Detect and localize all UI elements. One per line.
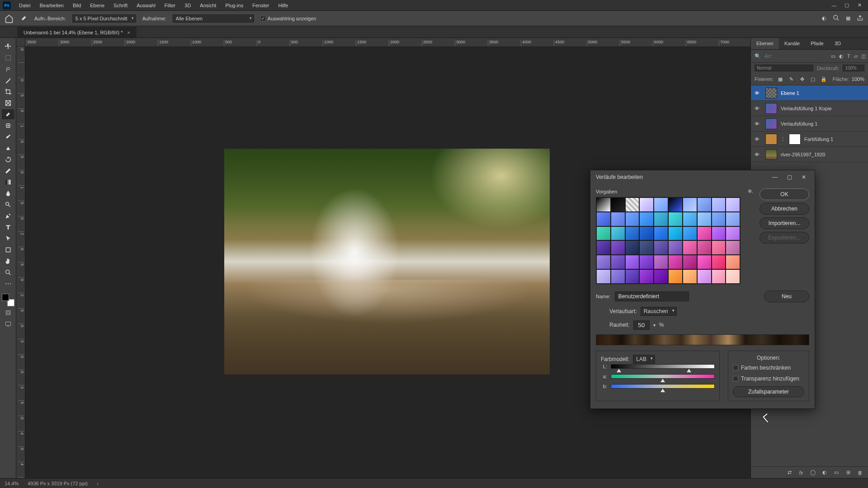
preset-swatch[interactable] [596, 255, 611, 269]
delete-layer-icon[interactable]: 🗑 [856, 469, 863, 476]
link-mask-icon[interactable]: ⋮ [781, 136, 785, 141]
presets-gear-icon[interactable]: ✲. [748, 188, 753, 194]
menu-filter[interactable]: Filter [160, 1, 180, 10]
gradient-tool[interactable] [2, 177, 14, 187]
filter-shape-icon[interactable]: ▱ [854, 52, 858, 60]
menu-schrift[interactable]: Schrift [109, 1, 132, 10]
visibility-eye-icon[interactable]: 👁 [755, 152, 762, 157]
menu-bild[interactable]: Bild [68, 1, 85, 10]
window-minimize-icon[interactable]: — [831, 2, 837, 9]
preset-swatch[interactable] [712, 212, 726, 226]
preset-swatch[interactable] [654, 226, 668, 241]
blur-tool[interactable] [2, 188, 14, 198]
preset-swatch[interactable] [697, 269, 712, 284]
preset-swatch[interactable] [668, 226, 683, 241]
preset-swatch[interactable] [625, 197, 640, 212]
preset-swatch[interactable] [668, 269, 683, 284]
quick-mask-icon[interactable] [2, 308, 14, 318]
filter-image-icon[interactable]: ▭ [831, 52, 835, 60]
home-icon[interactable] [5, 14, 14, 23]
preset-swatch[interactable] [668, 255, 683, 269]
preset-swatch[interactable] [726, 255, 740, 269]
new-preset-button[interactable]: Neu [764, 291, 809, 302]
preset-swatch[interactable] [625, 240, 640, 255]
edit-toolbar[interactable]: ⋯ [2, 279, 14, 289]
layer-fx-icon[interactable]: fx [797, 469, 805, 476]
search-icon[interactable] [833, 14, 840, 22]
filter-text-icon[interactable]: T [847, 52, 850, 60]
preset-swatch[interactable] [654, 197, 668, 212]
color-swatch[interactable] [2, 294, 14, 306]
preset-swatch[interactable] [712, 269, 726, 284]
ok-button[interactable]: OK [760, 188, 809, 200]
path-select-tool[interactable] [2, 234, 14, 244]
layer-row[interactable]: 👁Ebene 1 [751, 85, 868, 101]
eyedropper-tool-icon[interactable] [20, 14, 28, 23]
visibility-eye-icon[interactable]: 👁 [755, 121, 762, 127]
preset-swatch[interactable] [625, 255, 640, 269]
move-tool[interactable] [2, 42, 14, 52]
preset-swatch[interactable] [625, 212, 640, 226]
crop-tool[interactable] [2, 87, 14, 97]
preset-swatch[interactable] [683, 226, 697, 241]
preset-swatch[interactable] [639, 255, 654, 269]
preset-swatch[interactable] [596, 212, 611, 226]
history-brush-tool[interactable] [2, 155, 14, 164]
preset-swatch[interactable] [668, 197, 683, 212]
lock-transparent-icon[interactable]: ▦ [776, 75, 784, 83]
preset-swatch[interactable] [697, 212, 712, 226]
layer-row[interactable]: 👁Verlaufsfüllung 1 Kopie [751, 101, 868, 116]
preset-swatch[interactable] [625, 226, 640, 241]
close-tab-icon[interactable]: × [127, 30, 130, 35]
visibility-eye-icon[interactable]: 👁 [755, 106, 762, 111]
filter-adjust-icon[interactable]: ◐ [839, 52, 844, 60]
zoom-level[interactable]: 14,4% [5, 481, 19, 486]
menu-ebene[interactable]: Ebene [85, 1, 109, 10]
panel-tab-3d[interactable]: 3D [829, 38, 846, 49]
ruler-origin[interactable] [16, 38, 25, 47]
opacity-input[interactable]: 100% [843, 65, 864, 71]
preset-swatch[interactable] [639, 269, 654, 284]
preset-swatch[interactable] [639, 197, 654, 212]
roughness-input[interactable] [633, 320, 650, 330]
lock-artboard-icon[interactable]: ▢ [809, 75, 817, 83]
status-more-icon[interactable]: › [97, 481, 99, 486]
new-layer-icon[interactable]: ⊞ [844, 469, 852, 476]
lock-position-icon[interactable]: ✥ [798, 75, 806, 83]
visibility-eye-icon[interactable]: 👁 [755, 136, 762, 142]
lock-all-icon[interactable]: 🔒 [820, 75, 828, 83]
eraser-tool[interactable] [2, 166, 14, 176]
panel-tab-pfade[interactable]: Pfade [805, 38, 829, 49]
import-button[interactable]: Importieren... [760, 217, 809, 229]
window-close-icon[interactable]: ✕ [856, 2, 863, 9]
preset-swatch[interactable] [697, 255, 712, 269]
gradient-name-input[interactable] [615, 291, 689, 301]
preset-swatch[interactable] [683, 255, 697, 269]
channel-b-slider[interactable] [611, 384, 715, 389]
preset-swatch[interactable] [726, 269, 740, 284]
magic-wand-tool[interactable] [2, 75, 14, 85]
preset-swatch[interactable] [726, 212, 740, 226]
preset-swatch[interactable] [697, 226, 712, 241]
fill-input[interactable]: 100% [852, 76, 864, 82]
add-transparency-checkbox[interactable]: Transparenz hinzufügen [733, 375, 804, 382]
preset-swatch[interactable] [596, 240, 611, 255]
randomize-button[interactable]: Zufallsparameter [733, 386, 804, 397]
preset-swatch[interactable] [726, 197, 740, 212]
preset-swatch[interactable] [611, 255, 625, 269]
preset-swatch[interactable] [639, 212, 654, 226]
screen-mode-icon[interactable] [2, 319, 14, 329]
panel-tab-ebenen[interactable]: Ebenen [751, 38, 779, 49]
preset-swatch[interactable] [596, 269, 611, 284]
eyedropper-tool[interactable] [2, 109, 14, 119]
filter-smart-icon[interactable]: ◫ [861, 52, 866, 60]
link-layers-icon[interactable]: ⇄ [786, 469, 793, 476]
menu-3d[interactable]: 3D [180, 1, 195, 10]
layer-row[interactable]: 👁Verlaufsfüllung 1 [751, 116, 868, 131]
preset-swatch[interactable] [683, 212, 697, 226]
preset-swatch[interactable] [683, 197, 697, 212]
preset-swatch[interactable] [668, 240, 683, 255]
restrict-colors-checkbox[interactable]: Farben beschränken [733, 365, 804, 371]
preset-swatch[interactable] [668, 212, 683, 226]
preset-swatch[interactable] [611, 269, 625, 284]
